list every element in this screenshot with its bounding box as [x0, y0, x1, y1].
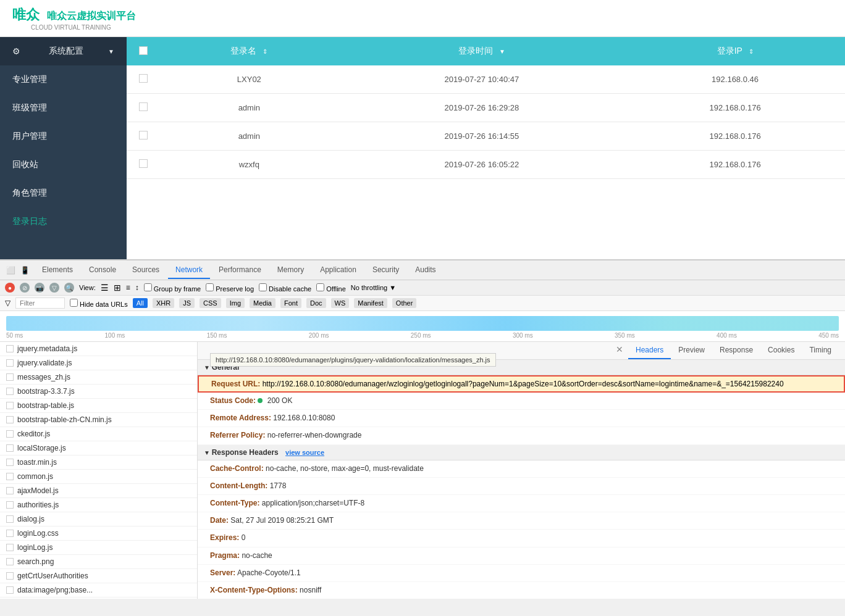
file-checkbox[interactable] — [6, 544, 14, 551]
file-checkbox[interactable] — [6, 487, 14, 494]
tab-console[interactable]: Console — [82, 262, 124, 279]
file-checkbox[interactable] — [6, 345, 14, 352]
header-checkbox[interactable] — [127, 37, 160, 65]
file-list-item[interactable]: ckeditor.js — [0, 427, 197, 441]
file-list-item[interactable]: bootstrap-3.3.7.js — [0, 385, 197, 399]
sort-icon-login-ip[interactable]: ⇕ — [749, 48, 754, 55]
file-list-item[interactable]: jquery.metadata.js — [0, 342, 197, 356]
filter-button[interactable]: ▽ — [49, 283, 59, 293]
preserve-log-checkbox[interactable] — [206, 283, 214, 291]
view-grid-icon[interactable]: ⊞ — [114, 283, 121, 293]
stop-button[interactable]: ⊘ — [20, 283, 30, 293]
row-checkbox[interactable] — [139, 131, 148, 139]
row-checkbox[interactable] — [139, 102, 148, 111]
tab-sources[interactable]: Sources — [125, 262, 167, 279]
filter-xhr-button[interactable]: XHR — [153, 298, 174, 308]
devtools-device-icon[interactable]: 📱 — [20, 266, 30, 275]
file-list-item[interactable]: ajaxModel.js — [0, 484, 197, 498]
disable-cache-label[interactable]: Disable cache — [259, 283, 311, 293]
filter-font-button[interactable]: Font — [280, 298, 301, 308]
devtools-inspect-icon[interactable]: ⬜ — [6, 266, 15, 275]
sort-icon-username[interactable]: ⇕ — [263, 48, 267, 55]
file-checkbox[interactable] — [6, 459, 14, 466]
file-list-item[interactable]: common.js — [0, 470, 197, 484]
sidebar-item-class-mgmt[interactable]: 班级管理 — [0, 94, 127, 122]
tab-application[interactable]: Application — [313, 262, 364, 279]
filter-css-button[interactable]: CSS — [200, 298, 221, 308]
tab-audits[interactable]: Audits — [408, 262, 443, 279]
file-list-item[interactable]: data:image/png;base... — [0, 597, 197, 599]
file-checkbox[interactable] — [6, 430, 14, 438]
row-checkbox[interactable] — [139, 74, 148, 83]
sort-icon-login-time[interactable]: ▼ — [499, 48, 505, 55]
file-list-item[interactable]: bootstrap-table-zh-CN.min.js — [0, 413, 197, 427]
headers-tab-headers[interactable]: Headers — [628, 342, 671, 359]
tab-memory[interactable]: Memory — [270, 262, 311, 279]
throttle-select[interactable]: No throttling ▼ — [351, 284, 396, 291]
headers-tab-response[interactable]: Response — [712, 342, 760, 359]
tab-network[interactable]: Network — [168, 262, 210, 279]
group-by-frame-checkbox[interactable] — [144, 283, 152, 291]
file-list-item[interactable]: loginLog.css — [0, 527, 197, 541]
preserve-log-label[interactable]: Preserve log — [206, 283, 254, 293]
tab-security[interactable]: Security — [365, 262, 406, 279]
row-checkbox-cell[interactable] — [127, 94, 160, 122]
file-checkbox[interactable] — [6, 558, 14, 565]
view-extra-icon[interactable]: ↕ — [135, 283, 139, 292]
file-list-item[interactable]: bootstrap-table.js — [0, 399, 197, 413]
file-checkbox[interactable] — [6, 515, 14, 523]
view-waterfall-icon[interactable]: ≡ — [126, 283, 130, 292]
view-list-icon[interactable]: ☰ — [101, 283, 109, 293]
offline-label[interactable]: Offline — [316, 283, 346, 293]
headers-tab-preview[interactable]: Preview — [671, 342, 712, 359]
camera-button[interactable]: 📷 — [35, 283, 44, 293]
file-list-item[interactable]: search.png — [0, 555, 197, 569]
table-row[interactable]: LXY02 2019-07-27 10:40:47 192.168.0.46 — [127, 65, 845, 94]
filter-all-button[interactable]: All — [133, 298, 148, 308]
row-checkbox-cell[interactable] — [127, 65, 160, 94]
file-checkbox[interactable] — [6, 373, 14, 381]
group-by-frame-label[interactable]: Group by frame — [144, 283, 201, 293]
file-list-item[interactable]: messages_zh.js — [0, 370, 197, 385]
search-button[interactable]: 🔍 — [64, 283, 74, 293]
table-row[interactable]: admin 2019-07-26 16:29:28 192.168.0.176 — [127, 94, 845, 122]
sidebar-item-recycle[interactable]: 回收站 — [0, 151, 127, 179]
offline-checkbox[interactable] — [316, 283, 324, 291]
sidebar-item-system-config[interactable]: ⚙ 系统配置 ▼ — [0, 37, 127, 65]
record-button[interactable]: ● — [5, 283, 15, 293]
file-list-item[interactable]: loginLog.js — [0, 541, 197, 555]
filter-other-button[interactable]: Other — [392, 298, 417, 308]
file-checkbox[interactable] — [6, 444, 14, 452]
file-checkbox[interactable] — [6, 586, 14, 594]
table-row[interactable]: admin 2019-07-26 16:14:55 192.168.0.176 — [127, 122, 845, 151]
filter-ws-button[interactable]: WS — [331, 298, 350, 308]
filter-js-button[interactable]: JS — [179, 298, 195, 308]
sidebar-item-role-mgmt[interactable]: 角色管理 — [0, 179, 127, 207]
hide-data-urls-label[interactable]: Hide data URLs — [70, 299, 128, 308]
file-checkbox[interactable] — [6, 388, 14, 395]
sidebar-item-login-log[interactable]: 登录日志 — [0, 207, 127, 236]
file-checkbox[interactable] — [6, 402, 14, 409]
tab-elements[interactable]: Elements — [35, 262, 80, 279]
file-list-item[interactable]: dialog.js — [0, 512, 197, 527]
row-checkbox[interactable] — [139, 159, 148, 168]
hide-data-urls-checkbox[interactable] — [70, 299, 78, 307]
headers-tab-timing[interactable]: Timing — [802, 342, 839, 359]
file-checkbox[interactable] — [6, 359, 14, 367]
file-list-item[interactable]: getCrtUserAuthorities — [0, 569, 197, 583]
headers-tab-cookies[interactable]: Cookies — [760, 342, 802, 359]
filter-img-button[interactable]: Img — [226, 298, 245, 308]
select-all-checkbox[interactable] — [139, 46, 148, 55]
file-checkbox[interactable] — [6, 473, 14, 480]
file-list-item[interactable]: toastr.min.js — [0, 456, 197, 470]
table-row[interactable]: wzxfq 2019-07-26 16:05:22 192.168.0.176 — [127, 151, 845, 179]
tab-performance[interactable]: Performance — [211, 262, 269, 279]
response-headers-view-source[interactable]: view source — [285, 449, 324, 456]
response-headers-section-title[interactable]: Response Headers view source — [198, 445, 845, 460]
file-checkbox[interactable] — [6, 572, 14, 580]
filter-manifest-button[interactable]: Manifest — [354, 298, 387, 308]
filter-doc-button[interactable]: Doc — [306, 298, 326, 308]
file-checkbox[interactable] — [6, 530, 14, 537]
disable-cache-checkbox[interactable] — [259, 283, 267, 291]
sidebar-item-major-mgmt[interactable]: 专业管理 — [0, 65, 127, 94]
